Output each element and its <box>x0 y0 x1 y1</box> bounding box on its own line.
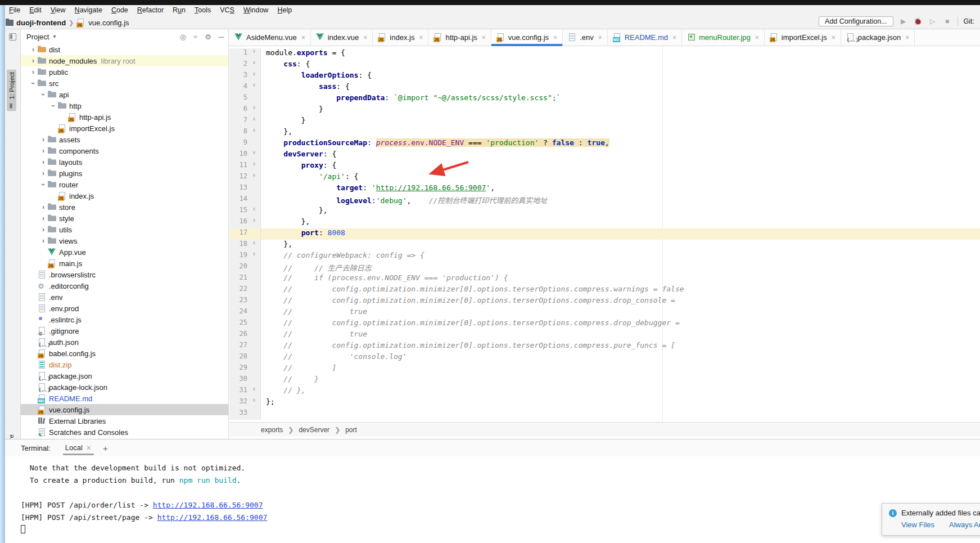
breadcrumb-port[interactable]: port <box>345 426 357 434</box>
tab-importexcel-js[interactable]: JSimportExcel.js× <box>765 29 841 46</box>
tree-item-plugins[interactable]: ›plugins <box>21 168 228 179</box>
tree-item-utils[interactable]: ›utils <box>21 224 228 235</box>
code-line-32[interactable]: 32∧}; <box>229 397 980 409</box>
close-icon[interactable]: × <box>832 34 836 42</box>
always-add-link[interactable]: Always Add <box>949 520 980 529</box>
tree-item--gitignore[interactable]: ⊘.gitignore <box>21 325 228 336</box>
menu-help[interactable]: Help <box>273 5 296 16</box>
code-line-31[interactable]: 31∧ // }, <box>229 386 980 397</box>
breadcrumb-devserver[interactable]: devServer <box>299 426 329 434</box>
code-line-2[interactable]: 2∨ css: { <box>229 60 980 71</box>
code-line-9[interactable]: 9 productionSourceMap: process.env.NODE_… <box>229 138 980 150</box>
menu-refactor[interactable]: Refactor <box>133 5 168 16</box>
tab--env[interactable]: .env× <box>563 29 608 46</box>
close-icon[interactable]: × <box>672 34 676 42</box>
debug-icon[interactable]: 🐞 <box>914 17 923 26</box>
tab-package-json[interactable]: {..}package.json× <box>841 29 915 46</box>
code-line-33[interactable]: 33 <box>229 409 980 420</box>
fold-marker-icon[interactable]: ∨ <box>250 150 259 161</box>
code-line-24[interactable]: 24 // true <box>229 307 980 318</box>
fold-marker-icon[interactable]: ∨ <box>250 82 259 93</box>
tree-item-src[interactable]: ›src <box>21 78 228 89</box>
view-files-link[interactable]: View Files <box>901 520 934 529</box>
tree-item-router[interactable]: ›router <box>21 179 228 190</box>
tree-item-dist[interactable]: ›dist <box>21 44 228 55</box>
code-line-14[interactable]: 14 logLevel:'debug', //控制台终端打印代理前的真实地址 <box>229 195 980 206</box>
menu-tools[interactable]: Tools <box>190 5 215 16</box>
menu-edit[interactable]: Edit <box>25 5 46 16</box>
code-line-19[interactable]: 19∨ // configureWebpack: config => { <box>229 251 980 262</box>
code-line-30[interactable]: 30 // } <box>229 375 980 386</box>
hide-panel-icon[interactable]: ─ <box>219 33 224 41</box>
tab-index-js[interactable]: JSindex.js× <box>373 29 428 46</box>
tab-menurouter-jpg[interactable]: menuRouter.jpg× <box>682 29 765 46</box>
tree-item-layouts[interactable]: ›layouts <box>21 156 228 168</box>
chevron-expanded-icon[interactable]: › <box>49 101 57 110</box>
code-line-20[interactable]: 20 // // 生产去除日志 <box>229 262 980 273</box>
code-line-21[interactable]: 21 // if (process.env.NODE_ENV === 'prod… <box>229 273 980 285</box>
chevron-collapsed-icon[interactable]: › <box>29 68 38 76</box>
code-line-25[interactable]: 25 // config.optimization.minimizer[0].o… <box>229 318 980 330</box>
close-icon[interactable]: × <box>419 34 423 42</box>
fold-marker-icon[interactable]: ∨ <box>250 48 259 60</box>
chevron-down-icon[interactable]: ▼ <box>52 34 57 39</box>
code-line-3[interactable]: 3∨ loaderOptions: { <box>229 71 980 82</box>
fold-marker-icon[interactable]: ∧ <box>250 240 259 251</box>
run-icon[interactable]: ▶ <box>899 17 908 26</box>
tree-item-babel-config-js[interactable]: JSbabel.config.js <box>21 348 228 359</box>
tab-readme-md[interactable]: MDREADME.md× <box>608 29 682 46</box>
tab-asidemenu-vue[interactable]: AsideMenu.vue× <box>229 29 311 46</box>
chevron-collapsed-icon[interactable]: › <box>39 169 48 177</box>
code-line-23[interactable]: 23 // config.optimization.minimizer[0].o… <box>229 296 980 307</box>
tree-item-components[interactable]: ›components <box>21 145 228 156</box>
tree-item--eslintrc-js[interactable]: .eslintrc.js <box>21 314 228 325</box>
tab-index-vue[interactable]: index.vue× <box>311 29 373 46</box>
terminal-link[interactable]: http://192.168.66.56:9007 <box>157 513 268 522</box>
close-icon[interactable]: × <box>598 34 602 42</box>
tree-item-package-lock-json[interactable]: {..}package-lock.json <box>21 382 228 393</box>
code-line-6[interactable]: 6∧ } <box>229 105 980 116</box>
chevron-collapsed-icon[interactable]: › <box>39 136 48 143</box>
tree-item-api[interactable]: ›api <box>21 89 228 100</box>
tab-vue-config-js[interactable]: JSvue.config.js× <box>491 29 563 46</box>
tree-item-public[interactable]: ›public <box>21 66 228 78</box>
code-line-11[interactable]: 11∨ proxy: { <box>229 161 980 172</box>
tree-item-app-vue[interactable]: App.vue <box>21 246 228 258</box>
code-line-28[interactable]: 28 // 'console.log' <box>229 352 980 364</box>
code-line-27[interactable]: 27 // config.optimization.minimizer[0].o… <box>229 341 980 352</box>
fold-marker-icon[interactable]: ∧ <box>250 206 259 217</box>
menu-run[interactable]: Run <box>168 5 190 16</box>
tree-item-index-js[interactable]: JSindex.js <box>21 190 228 201</box>
breadcrumb-project[interactable]: duoji-frontend <box>16 19 66 27</box>
menu-file[interactable]: File <box>4 5 25 16</box>
code-line-1[interactable]: 1∨module.exports = { <box>229 48 980 60</box>
code-line-17[interactable]: 17 port: 8008 <box>229 228 980 240</box>
collapse-all-icon[interactable]: ÷ <box>193 33 197 41</box>
tree-item--browserslistrc[interactable]: .browserslistrc <box>21 269 228 280</box>
stripe-project-button[interactable]: ▮ 1: Project <box>7 70 16 111</box>
chevron-collapsed-icon[interactable]: › <box>39 147 48 155</box>
menu-navigate[interactable]: Navigate <box>70 5 107 16</box>
code-line-10[interactable]: 10∨ devServer: { <box>229 150 980 161</box>
tree-item--env[interactable]: .env <box>21 291 228 303</box>
tree-item-assets[interactable]: ›assets <box>21 134 228 145</box>
fold-marker-icon[interactable]: ∧ <box>250 217 259 228</box>
chevron-expanded-icon[interactable]: › <box>39 90 47 99</box>
fold-marker-icon[interactable]: ∧ <box>250 116 259 127</box>
code-line-5[interactable]: 5 prependData: `@import "~@/assets/scss/… <box>229 93 980 105</box>
code-line-16[interactable]: 16∧ }, <box>229 217 980 228</box>
gear-icon[interactable]: ⚙ <box>205 33 211 41</box>
code-line-4[interactable]: 4∨ sass: { <box>229 82 980 93</box>
menu-code[interactable]: Code <box>107 5 133 16</box>
fold-marker-icon[interactable]: ∧ <box>250 127 259 138</box>
tree-item-http[interactable]: ›http <box>21 100 228 111</box>
tree-item-http-api-js[interactable]: JShttp-api.js <box>21 111 228 123</box>
breadcrumb-file[interactable]: vue.config.js <box>88 19 129 27</box>
tree-item--editorconfig[interactable]: ⚙.editorconfig <box>21 280 228 291</box>
chevron-collapsed-icon[interactable]: › <box>39 214 48 222</box>
chevron-collapsed-icon[interactable]: › <box>39 226 48 234</box>
tree-item-views[interactable]: ›views <box>21 235 228 246</box>
chevron-collapsed-icon[interactable]: › <box>39 203 48 211</box>
code-line-18[interactable]: 18∧ }, <box>229 240 980 251</box>
run-coverage-icon[interactable]: ▷ <box>928 17 937 26</box>
